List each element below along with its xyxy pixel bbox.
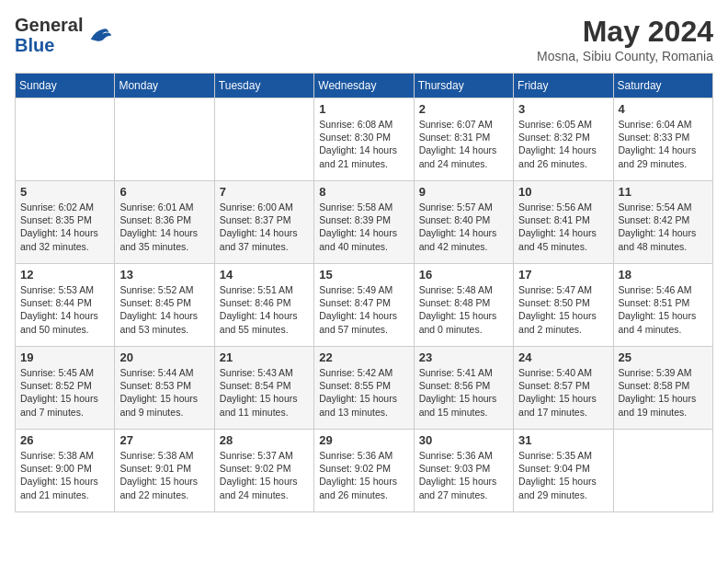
day-number: 20 (119, 350, 209, 364)
day-info: Sunrise: 5:45 AM Sunset: 8:52 PM Dayligh… (20, 366, 109, 419)
calendar-cell: 11Sunrise: 5:54 AM Sunset: 8:42 PM Dayli… (613, 181, 712, 264)
logo: General Blue (15, 15, 112, 55)
page-header: General Blue May 2024 Mosna, Sibiu Count… (15, 15, 713, 63)
day-info: Sunrise: 5:54 AM Sunset: 8:42 PM Dayligh… (619, 201, 708, 253)
title-block: May 2024 Mosna, Sibiu County, Romania (537, 15, 713, 63)
day-info: Sunrise: 6:01 AM Sunset: 8:36 PM Dayligh… (119, 201, 209, 253)
day-info: Sunrise: 6:00 AM Sunset: 8:37 PM Dayligh… (220, 201, 309, 253)
calendar-cell (115, 98, 214, 181)
weekday-header-row: SundayMondayTuesdayWednesdayThursdayFrid… (16, 74, 713, 98)
calendar-cell: 10Sunrise: 5:56 AM Sunset: 8:41 PM Dayli… (514, 181, 613, 264)
calendar-cell: 9Sunrise: 5:57 AM Sunset: 8:40 PM Daylig… (414, 181, 513, 264)
calendar-cell: 27Sunrise: 5:38 AM Sunset: 9:01 PM Dayli… (115, 430, 214, 512)
day-info: Sunrise: 5:48 AM Sunset: 8:48 PM Dayligh… (419, 283, 508, 336)
day-info: Sunrise: 5:36 AM Sunset: 9:02 PM Dayligh… (319, 449, 408, 501)
month-year-title: May 2024 (537, 15, 713, 49)
calendar-cell: 24Sunrise: 5:40 AM Sunset: 8:57 PM Dayli… (514, 347, 613, 430)
logo-general: General (15, 15, 83, 35)
day-number: 11 (619, 185, 708, 199)
calendar-cell: 31Sunrise: 5:35 AM Sunset: 9:04 PM Dayli… (514, 430, 613, 512)
day-number: 18 (619, 268, 708, 282)
day-number: 13 (119, 268, 209, 282)
calendar-cell: 25Sunrise: 5:39 AM Sunset: 8:58 PM Dayli… (613, 347, 712, 430)
weekday-header-friday: Friday (514, 74, 613, 98)
calendar-week-row: 12Sunrise: 5:53 AM Sunset: 8:44 PM Dayli… (16, 264, 713, 347)
day-number: 24 (518, 350, 608, 364)
weekday-header-wednesday: Wednesday (314, 74, 414, 98)
day-info: Sunrise: 5:36 AM Sunset: 9:03 PM Dayligh… (419, 449, 508, 501)
day-number: 14 (220, 268, 309, 282)
calendar-week-row: 19Sunrise: 5:45 AM Sunset: 8:52 PM Dayli… (16, 347, 713, 430)
calendar-cell: 8Sunrise: 5:58 AM Sunset: 8:39 PM Daylig… (314, 181, 414, 264)
calendar-cell: 18Sunrise: 5:46 AM Sunset: 8:51 PM Dayli… (613, 264, 712, 347)
calendar-cell: 2Sunrise: 6:07 AM Sunset: 8:31 PM Daylig… (414, 98, 513, 181)
calendar-cell: 19Sunrise: 5:45 AM Sunset: 8:52 PM Dayli… (16, 347, 115, 430)
day-number: 22 (319, 350, 408, 364)
day-info: Sunrise: 5:38 AM Sunset: 9:00 PM Dayligh… (20, 449, 109, 501)
day-info: Sunrise: 5:40 AM Sunset: 8:57 PM Dayligh… (518, 366, 608, 419)
day-info: Sunrise: 5:47 AM Sunset: 8:50 PM Dayligh… (518, 283, 608, 336)
day-number: 21 (220, 350, 309, 364)
weekday-header-saturday: Saturday (613, 74, 712, 98)
logo-blue: Blue (15, 35, 54, 55)
calendar-cell: 1Sunrise: 6:08 AM Sunset: 8:30 PM Daylig… (314, 98, 414, 181)
day-info: Sunrise: 5:44 AM Sunset: 8:53 PM Dayligh… (119, 366, 209, 419)
calendar-table: SundayMondayTuesdayWednesdayThursdayFrid… (15, 73, 713, 512)
calendar-cell: 23Sunrise: 5:41 AM Sunset: 8:56 PM Dayli… (414, 347, 513, 430)
day-number: 28 (220, 433, 309, 447)
day-info: Sunrise: 5:41 AM Sunset: 8:56 PM Dayligh… (419, 366, 508, 419)
logo-bird-icon (86, 22, 112, 48)
day-number: 31 (518, 433, 608, 447)
day-info: Sunrise: 5:39 AM Sunset: 8:58 PM Dayligh… (619, 366, 708, 419)
calendar-cell (214, 98, 313, 181)
day-number: 26 (20, 433, 109, 447)
weekday-header-tuesday: Tuesday (214, 74, 313, 98)
day-number: 25 (619, 350, 708, 364)
day-number: 7 (220, 185, 309, 199)
calendar-cell: 5Sunrise: 6:02 AM Sunset: 8:35 PM Daylig… (16, 181, 115, 264)
day-info: Sunrise: 6:07 AM Sunset: 8:31 PM Dayligh… (419, 118, 508, 170)
day-info: Sunrise: 5:37 AM Sunset: 9:02 PM Dayligh… (220, 449, 309, 501)
day-number: 12 (20, 268, 109, 282)
day-number: 2 (419, 102, 508, 116)
calendar-cell: 13Sunrise: 5:52 AM Sunset: 8:45 PM Dayli… (115, 264, 214, 347)
day-info: Sunrise: 5:49 AM Sunset: 8:47 PM Dayligh… (319, 283, 408, 336)
day-number: 10 (518, 185, 608, 199)
calendar-week-row: 5Sunrise: 6:02 AM Sunset: 8:35 PM Daylig… (16, 181, 713, 264)
day-number: 8 (319, 185, 408, 199)
day-number: 9 (419, 185, 508, 199)
day-info: Sunrise: 5:56 AM Sunset: 8:41 PM Dayligh… (518, 201, 608, 253)
calendar-cell (16, 98, 115, 181)
calendar-cell: 4Sunrise: 6:04 AM Sunset: 8:33 PM Daylig… (613, 98, 712, 181)
calendar-cell: 29Sunrise: 5:36 AM Sunset: 9:02 PM Dayli… (314, 430, 414, 512)
calendar-cell: 20Sunrise: 5:44 AM Sunset: 8:53 PM Dayli… (115, 347, 214, 430)
day-number: 17 (518, 268, 608, 282)
calendar-cell: 22Sunrise: 5:42 AM Sunset: 8:55 PM Dayli… (314, 347, 414, 430)
weekday-header-sunday: Sunday (16, 74, 115, 98)
location-subtitle: Mosna, Sibiu County, Romania (537, 49, 713, 63)
calendar-cell: 12Sunrise: 5:53 AM Sunset: 8:44 PM Dayli… (16, 264, 115, 347)
day-info: Sunrise: 5:38 AM Sunset: 9:01 PM Dayligh… (119, 449, 209, 501)
day-number: 15 (319, 268, 408, 282)
calendar-cell: 6Sunrise: 6:01 AM Sunset: 8:36 PM Daylig… (115, 181, 214, 264)
day-number: 4 (619, 102, 708, 116)
day-number: 3 (518, 102, 608, 116)
day-info: Sunrise: 5:46 AM Sunset: 8:51 PM Dayligh… (619, 283, 708, 336)
calendar-cell: 26Sunrise: 5:38 AM Sunset: 9:00 PM Dayli… (16, 430, 115, 512)
day-info: Sunrise: 5:58 AM Sunset: 8:39 PM Dayligh… (319, 201, 408, 253)
calendar-cell: 3Sunrise: 6:05 AM Sunset: 8:32 PM Daylig… (514, 98, 613, 181)
calendar-week-row: 1Sunrise: 6:08 AM Sunset: 8:30 PM Daylig… (16, 98, 713, 181)
calendar-week-row: 26Sunrise: 5:38 AM Sunset: 9:00 PM Dayli… (16, 430, 713, 512)
day-number: 16 (419, 268, 508, 282)
day-number: 1 (319, 102, 408, 116)
day-info: Sunrise: 5:43 AM Sunset: 8:54 PM Dayligh… (220, 366, 309, 419)
calendar-cell (613, 430, 712, 512)
calendar-cell: 14Sunrise: 5:51 AM Sunset: 8:46 PM Dayli… (214, 264, 313, 347)
day-number: 30 (419, 433, 508, 447)
day-info: Sunrise: 5:51 AM Sunset: 8:46 PM Dayligh… (220, 283, 309, 336)
day-info: Sunrise: 6:05 AM Sunset: 8:32 PM Dayligh… (518, 118, 608, 170)
day-info: Sunrise: 6:04 AM Sunset: 8:33 PM Dayligh… (619, 118, 708, 170)
day-info: Sunrise: 5:52 AM Sunset: 8:45 PM Dayligh… (119, 283, 209, 336)
day-info: Sunrise: 5:57 AM Sunset: 8:40 PM Dayligh… (419, 201, 508, 253)
calendar-cell: 28Sunrise: 5:37 AM Sunset: 9:02 PM Dayli… (214, 430, 313, 512)
